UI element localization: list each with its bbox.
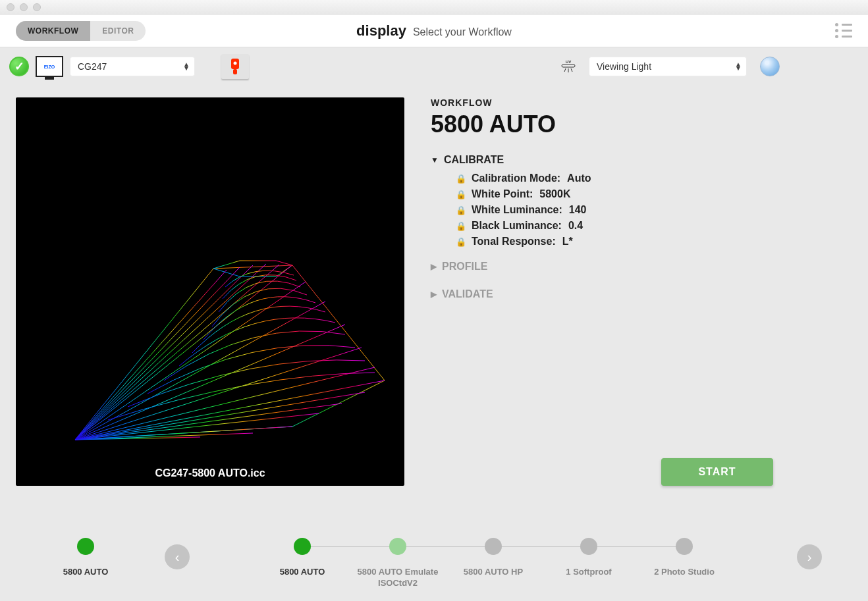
uv-icon: UV	[558, 59, 578, 74]
header-subtitle: Select your Workflow	[413, 26, 512, 38]
step-5800-auto[interactable]: 5800 AUTO	[255, 538, 350, 578]
step-2-photo-studio[interactable]: 2 Photo Studio	[637, 538, 732, 578]
section-validate-header[interactable]: ▶ VALIDATE	[431, 288, 773, 300]
svg-point-2	[234, 62, 237, 65]
lock-icon: 🔒	[456, 221, 465, 231]
section-calibrate-header[interactable]: ▼ CALIBRATE	[431, 154, 773, 166]
chevron-down-icon: ▼	[431, 155, 439, 165]
step-label: 5800 AUTO Emulate ISOCtdV2	[350, 567, 446, 589]
mode-tabs: WORKFLOW EDITOR	[16, 21, 146, 41]
stepper-prev-button[interactable]: ‹	[165, 544, 190, 569]
svg-rect-1	[233, 69, 237, 74]
ambient-orb-icon[interactable]	[760, 57, 780, 76]
toolbar: ✓ EIZO CG247 ▲▼ UV Viewing Light ▲▼	[0, 47, 868, 86]
svg-rect-4	[562, 65, 575, 67]
header-bar: WORKFLOW EDITOR display Select your Work…	[0, 14, 868, 47]
step-dot-icon	[77, 538, 94, 555]
svg-text:UV: UV	[566, 60, 571, 64]
step-5800-auto-emulate[interactable]: 5800 AUTO Emulate ISOCtdV2	[350, 538, 446, 589]
section-validate-title: VALIDATE	[442, 288, 493, 300]
traffic-light-zoom[interactable]	[33, 3, 41, 11]
traffic-light-minimize[interactable]	[20, 3, 28, 11]
monitor-icon: EIZO	[36, 56, 63, 77]
param-row: 🔒Black Luminance:0.4	[456, 220, 773, 232]
svg-line-5	[564, 68, 566, 72]
tab-workflow[interactable]: WORKFLOW	[16, 21, 90, 41]
step-label: 1 Softproof	[566, 567, 611, 578]
step-label: 5800 AUTO	[63, 567, 109, 577]
svg-line-7	[571, 68, 572, 72]
lock-icon: 🔒	[456, 205, 465, 215]
stepper-prev-node: 5800 AUTO	[46, 538, 125, 577]
sensor-icon[interactable]	[221, 54, 249, 79]
lock-icon: 🔒	[456, 237, 465, 247]
section-profile-header[interactable]: ▶ PROFILE	[431, 261, 773, 273]
section-calibrate-title: CALIBRATE	[444, 154, 504, 166]
status-ok-icon: ✓	[9, 57, 29, 76]
main-content: CG247-5800 AUTO.icc WORKFLOW 5800 AUTO ▼…	[0, 86, 868, 486]
monitor-brand: EIZO	[44, 65, 55, 69]
lock-icon: 🔒	[456, 190, 465, 199]
step-dot-icon	[580, 538, 597, 555]
step-dot-icon	[294, 538, 311, 555]
gamut-preview: CG247-5800 AUTO.icc	[16, 97, 404, 486]
step-5800-auto-hp[interactable]: 5800 AUTO HP	[446, 538, 541, 578]
gamut-wireframe	[16, 97, 404, 486]
workflow-heading: WORKFLOW	[431, 97, 773, 108]
step-label: 5800 AUTO	[280, 567, 325, 578]
header-title-block: display Select your Workflow	[356, 22, 512, 39]
chevron-right-icon: ▶	[431, 290, 437, 299]
chevron-right-icon: ▶	[431, 262, 437, 271]
step-label: 5800 AUTO HP	[464, 567, 523, 578]
workflow-stepper: 5800 AUTO ‹ 5800 AUTO 5800 AUTO Emulate …	[0, 529, 868, 601]
param-row: 🔒Calibration Mode:Auto	[456, 172, 773, 184]
step-dot-icon	[676, 538, 693, 555]
param-row: 🔒White Luminance:140	[456, 204, 773, 216]
calibrate-params: 🔒Calibration Mode:Auto 🔒White Point:5800…	[431, 172, 773, 251]
start-button[interactable]: START	[661, 458, 773, 486]
traffic-light-close[interactable]	[7, 3, 14, 11]
gamut-caption: CG247-5800 AUTO.icc	[16, 467, 404, 479]
step-1-softproof[interactable]: 1 Softproof	[541, 538, 637, 578]
step-dot-icon	[485, 538, 502, 555]
viewing-light-select[interactable]: Viewing Light ▲▼	[589, 57, 747, 76]
list-menu-icon[interactable]	[835, 23, 852, 38]
step-dot-icon	[389, 538, 406, 555]
viewing-light-value: Viewing Light	[597, 61, 651, 72]
param-row: 🔒Tonal Response:L*	[456, 236, 773, 248]
step-label: 2 Photo Studio	[654, 567, 715, 578]
tab-editor[interactable]: EDITOR	[90, 21, 146, 41]
app-title: display	[356, 22, 406, 39]
stepper-next-button[interactable]: ›	[797, 544, 822, 569]
lock-icon: 🔒	[456, 174, 465, 184]
monitor-select[interactable]: CG247 ▲▼	[70, 57, 195, 76]
monitor-select-value: CG247	[78, 61, 107, 72]
workflow-name: 5800 AUTO	[431, 111, 773, 138]
window-titlebar	[0, 0, 868, 14]
section-profile-title: PROFILE	[442, 261, 487, 273]
workflow-panel: WORKFLOW 5800 AUTO ▼ CALIBRATE 🔒Calibrat…	[431, 97, 852, 486]
param-row: 🔒White Point:5800K	[456, 188, 773, 200]
stepper-track: 5800 AUTO 5800 AUTO Emulate ISOCtdV2 580…	[190, 538, 797, 589]
